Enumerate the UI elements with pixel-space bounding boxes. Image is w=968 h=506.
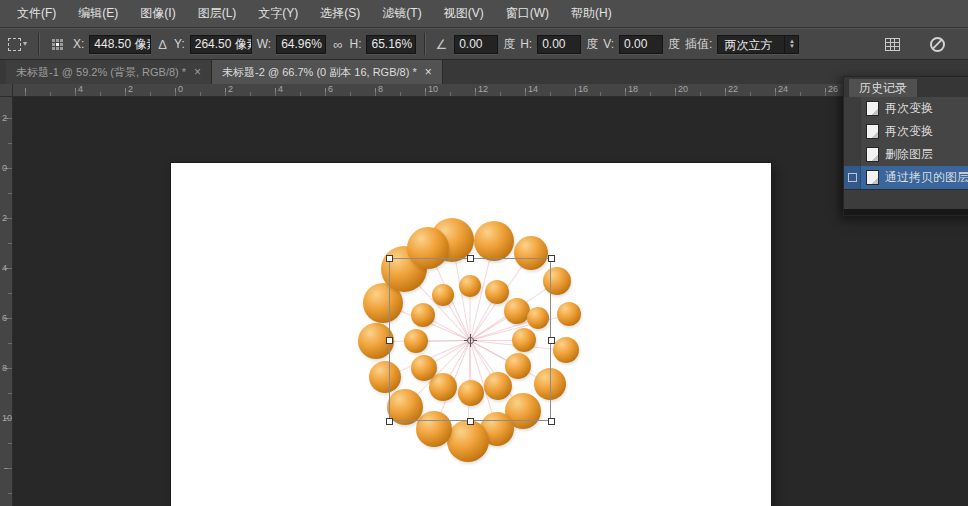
transform-handle-n[interactable] (467, 255, 474, 262)
x-label: X: (73, 37, 84, 51)
rotation-input[interactable]: 0.00 (454, 35, 498, 54)
menu-item-4[interactable]: 图层(L) (187, 0, 248, 27)
h-skew-label: H: (520, 37, 532, 51)
ruler-number: 0 (2, 163, 7, 173)
ruler-number: 6 (328, 84, 333, 94)
menu-item-6[interactable]: 选择(S) (309, 0, 371, 27)
ruler-number: 10 (2, 413, 12, 423)
width-label: W: (257, 37, 271, 51)
ruler-number: 14 (528, 84, 538, 94)
horizontal-ruler[interactable]: 4202468101214161820222426 (13, 84, 968, 97)
history-row-4[interactable]: 通过拷贝的图层 (844, 166, 968, 189)
reference-point-crosshair[interactable] (464, 334, 477, 347)
x-position-input[interactable]: 448.50 像素 (89, 35, 151, 54)
history-row-label: 删除图层 (885, 146, 933, 163)
menu-item-8[interactable]: 视图(V) (433, 0, 495, 27)
interpolation-value: 两次立方 (718, 36, 784, 53)
ruler-number: 16 (578, 84, 588, 94)
history-state-icon (866, 170, 879, 185)
menu-item-2[interactable]: 编辑(E) (67, 0, 129, 27)
history-state-icon (866, 101, 879, 116)
document-tab-2[interactable]: 未标题-2 @ 66.7% (0 副本 16, RGB/8) *× (212, 60, 443, 84)
separator (424, 33, 425, 55)
transform-handle-e[interactable] (548, 337, 555, 344)
menu-item-7[interactable]: 滤镜(T) (371, 0, 432, 27)
v-skew-input[interactable]: 0.00 (619, 35, 663, 54)
ruler-number: 12 (478, 84, 488, 94)
degree-label: 度 (586, 36, 598, 53)
state-source-box (848, 173, 857, 182)
transform-handle-se[interactable] (548, 418, 555, 425)
height-input[interactable]: 65.16% (366, 35, 416, 54)
history-row-3[interactable]: 删除图层 (844, 143, 968, 166)
menu-item-5[interactable]: 文字(Y) (247, 0, 309, 27)
tab-close-button[interactable]: × (425, 66, 432, 78)
menubar: 文件(F)编辑(E)图像(I)图层(L)文字(Y)选择(S)滤镜(T)视图(V)… (0, 0, 968, 28)
history-state-cell[interactable] (844, 97, 861, 120)
menu-item-9[interactable]: 窗口(W) (495, 0, 560, 27)
ruler-number: 8 (378, 84, 383, 94)
ruler-number: 8 (2, 363, 7, 373)
relative-positioning-icon[interactable]: Δ (156, 38, 169, 51)
history-panel-tab[interactable]: 历史记录 (849, 79, 917, 97)
history-state-icon (866, 147, 879, 162)
transform-options-bar: ▾ X: 448.50 像素 Δ Y: 264.50 像素 W: 64.96% … (0, 28, 968, 60)
reference-point-locator[interactable] (52, 39, 63, 50)
menu-item-10[interactable]: 帮助(H) (560, 0, 623, 27)
history-panel-header: 历史记录 (844, 77, 968, 97)
history-state-cell[interactable] (844, 120, 861, 143)
transform-handle-nw[interactable] (386, 255, 393, 262)
ruler-number: 4 (278, 84, 283, 94)
ruler-number: 4 (78, 84, 83, 94)
transform-handle-ne[interactable] (548, 255, 555, 262)
sphere (553, 337, 579, 363)
document-tabbar: 未标题-1 @ 59.2% (背景, RGB/8) *×未标题-2 @ 66.7… (0, 60, 968, 84)
ruler-number: 2 (128, 84, 133, 94)
transform-handle-sw[interactable] (386, 418, 393, 425)
stepper-icon[interactable]: ▲▼ (784, 36, 798, 53)
menu-item-3[interactable]: 图像(I) (129, 0, 186, 27)
transform-tool-icon (8, 38, 21, 51)
history-row-2[interactable]: 再次变换 (844, 120, 968, 143)
history-state-cell[interactable] (844, 143, 861, 166)
menu-item-1[interactable]: 文件(F) (6, 0, 67, 27)
width-input[interactable]: 64.96% (276, 35, 326, 54)
v-skew-label: V: (603, 37, 614, 51)
history-row-1[interactable]: 再次变换 (844, 97, 968, 120)
ruler-number: 2 (2, 213, 7, 223)
sphere (557, 302, 581, 326)
interpolation-dropdown[interactable]: 两次立方 ▲▼ (717, 35, 799, 54)
ruler-number: 22 (728, 84, 738, 94)
warp-mode-toggle-icon[interactable] (885, 38, 900, 51)
rotate-angle-icon: ∠ (433, 38, 449, 51)
transform-handle-w[interactable] (386, 337, 393, 344)
history-state-cell[interactable] (844, 166, 861, 189)
tool-preset-button[interactable]: ▾ (5, 38, 30, 51)
degree-label: 度 (503, 36, 515, 53)
transform-handle-s[interactable] (467, 418, 474, 425)
history-row-label: 通过拷贝的图层 (885, 169, 968, 186)
history-panel-footer (844, 189, 968, 209)
degree-label: 度 (668, 36, 680, 53)
ruler-number: 18 (628, 84, 638, 94)
ruler-number: 10 (428, 84, 438, 94)
cancel-transform-icon[interactable] (930, 37, 945, 52)
separator (38, 33, 39, 55)
ruler-number: 2 (228, 84, 233, 94)
ruler-corner[interactable] (0, 84, 13, 97)
y-label: Y: (174, 37, 185, 51)
document-tab-1[interactable]: 未标题-1 @ 59.2% (背景, RGB/8) *× (6, 60, 212, 84)
link-dimensions-icon[interactable]: ∞ (331, 38, 344, 51)
history-row-label: 再次变换 (885, 123, 933, 140)
h-skew-input[interactable]: 0.00 (537, 35, 581, 54)
chevron-down-icon: ▾ (23, 40, 27, 48)
history-panel: 历史记录 再次变换再次变换删除图层通过拷贝的图层 (843, 76, 968, 216)
reference-point-ring (467, 337, 474, 344)
tab-label: 未标题-1 @ 59.2% (背景, RGB/8) * (16, 65, 186, 80)
ruler-number: 2 (2, 113, 7, 123)
tab-close-button[interactable]: × (194, 66, 201, 78)
sphere (447, 420, 489, 462)
y-position-input[interactable]: 264.50 像素 (190, 35, 252, 54)
vertical-ruler[interactable]: 20246810 (0, 97, 13, 506)
ruler-number: 24 (778, 84, 788, 94)
